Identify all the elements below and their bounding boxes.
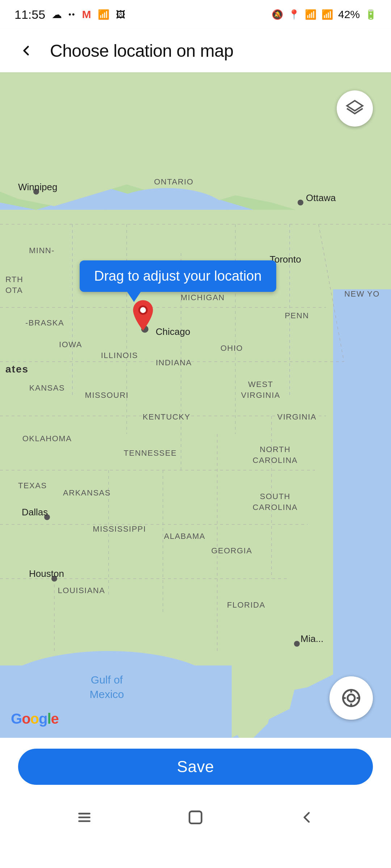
back-icon — [298, 808, 316, 826]
my-location-icon — [340, 687, 362, 709]
svg-text:Gulf of: Gulf of — [91, 674, 123, 686]
home-icon — [186, 808, 205, 826]
svg-text:RTH: RTH — [5, 275, 23, 284]
cloud-icon: ☁ — [52, 9, 62, 21]
svg-text:WEST: WEST — [248, 380, 273, 389]
svg-point-83 — [348, 694, 355, 702]
svg-text:KENTUCKY: KENTUCKY — [143, 412, 190, 421]
dots-icon: •• — [68, 10, 75, 19]
svg-text:LOUISIANA: LOUISIANA — [58, 586, 105, 595]
svg-text:Dallas: Dallas — [22, 507, 48, 518]
wifi-status-icon: 📶 — [305, 9, 316, 20]
svg-text:VIRGINIA: VIRGINIA — [241, 391, 281, 400]
svg-text:MICHIGAN: MICHIGAN — [181, 293, 225, 302]
svg-text:PENN: PENN — [285, 311, 309, 320]
svg-text:INDIANA: INDIANA — [156, 358, 192, 367]
save-button-container: Save — [0, 738, 391, 796]
svg-point-74 — [294, 641, 300, 647]
svg-text:Mia...: Mia... — [300, 633, 324, 644]
svg-rect-13 — [333, 289, 391, 738]
my-location-button[interactable] — [329, 676, 373, 720]
svg-text:MISSISSIPPI: MISSISSIPPI — [93, 524, 146, 533]
svg-text:CAROLINA: CAROLINA — [253, 456, 298, 465]
svg-text:OHIO: OHIO — [220, 344, 243, 353]
svg-text:ARKANSAS: ARKANSAS — [63, 488, 111, 497]
svg-text:Houston: Houston — [29, 568, 64, 579]
svg-text:SOUTH: SOUTH — [260, 492, 291, 501]
svg-text:NEW YO: NEW YO — [344, 289, 380, 298]
svg-rect-92 — [189, 811, 201, 823]
svg-text:OKLAHOMA: OKLAHOMA — [22, 434, 72, 443]
map-pin[interactable] — [129, 300, 157, 336]
svg-text:-BRASKA: -BRASKA — [25, 318, 64, 327]
svg-text:IOWA: IOWA — [59, 340, 82, 349]
drag-tooltip: Drag to adjust your location — [80, 260, 276, 292]
navigation-bar — [0, 796, 391, 839]
svg-text:ONTARIO: ONTARIO — [154, 177, 193, 186]
svg-text:ALABAMA: ALABAMA — [164, 532, 205, 541]
status-time: 11:55 ☁ •• M 📶 🖼 — [14, 8, 125, 22]
svg-text:TENNESSEE: TENNESSEE — [124, 448, 177, 458]
page-title: Choose location on map — [50, 41, 234, 61]
battery-display: 42% — [338, 8, 360, 21]
svg-point-82 — [140, 307, 146, 313]
gmail-icon: M — [82, 8, 91, 21]
svg-text:CAROLINA: CAROLINA — [253, 503, 298, 512]
svg-text:Winnipeg: Winnipeg — [18, 182, 57, 192]
map-svg: ONTARIO MINN- MICHIGAN IOWA ILLINOIS IND… — [0, 72, 391, 738]
recents-icon — [75, 808, 93, 826]
svg-text:KANSAS: KANSAS — [29, 383, 65, 392]
google-g: G — [11, 711, 22, 727]
location-pin-icon — [129, 300, 157, 336]
layer-button[interactable] — [337, 90, 373, 127]
svg-point-64 — [298, 200, 303, 205]
svg-text:MISSOURI: MISSOURI — [85, 391, 129, 400]
location-icon: 📍 — [288, 9, 300, 20]
svg-text:Ottawa: Ottawa — [306, 192, 336, 203]
map-container[interactable]: ONTARIO MINN- MICHIGAN IOWA ILLINOIS IND… — [0, 72, 391, 738]
svg-text:NORTH: NORTH — [260, 445, 290, 454]
battery-icon: 🔋 — [365, 9, 377, 20]
svg-text:FLORIDA: FLORIDA — [227, 600, 265, 609]
svg-text:ILLINOIS: ILLINOIS — [101, 351, 138, 360]
back-button[interactable] — [13, 38, 39, 64]
svg-text:GEORGIA: GEORGIA — [211, 546, 252, 555]
time-display: 11:55 — [14, 8, 45, 22]
signal-icon: 📶 — [321, 9, 333, 20]
mute-icon: 🔕 — [272, 9, 283, 20]
image-icon: 🖼 — [116, 9, 125, 20]
back-nav-button[interactable] — [289, 803, 325, 832]
status-icons: 🔕 📍 📶 📶 42% 🔋 — [272, 8, 377, 21]
status-bar: 11:55 ☁ •• M 📶 🖼 🔕 📍 📶 📶 42% 🔋 — [0, 0, 391, 29]
svg-text:TEXAS: TEXAS — [18, 481, 47, 490]
svg-text:VIRGINIA: VIRGINIA — [277, 412, 317, 421]
svg-text:ates: ates — [5, 363, 29, 375]
save-button[interactable]: Save — [18, 749, 373, 785]
home-nav-button[interactable] — [177, 803, 214, 832]
header: Choose location on map — [0, 29, 391, 72]
layers-icon — [345, 99, 364, 118]
svg-text:Chicago: Chicago — [156, 326, 190, 337]
svg-text:MINN-: MINN- — [29, 246, 55, 255]
svg-text:Mexico: Mexico — [89, 688, 124, 700]
wifi-icon: 📶 — [98, 9, 109, 20]
google-logo: G o o g l e — [11, 711, 59, 727]
svg-text:OTA: OTA — [5, 286, 23, 295]
recents-nav-button[interactable] — [66, 803, 102, 832]
